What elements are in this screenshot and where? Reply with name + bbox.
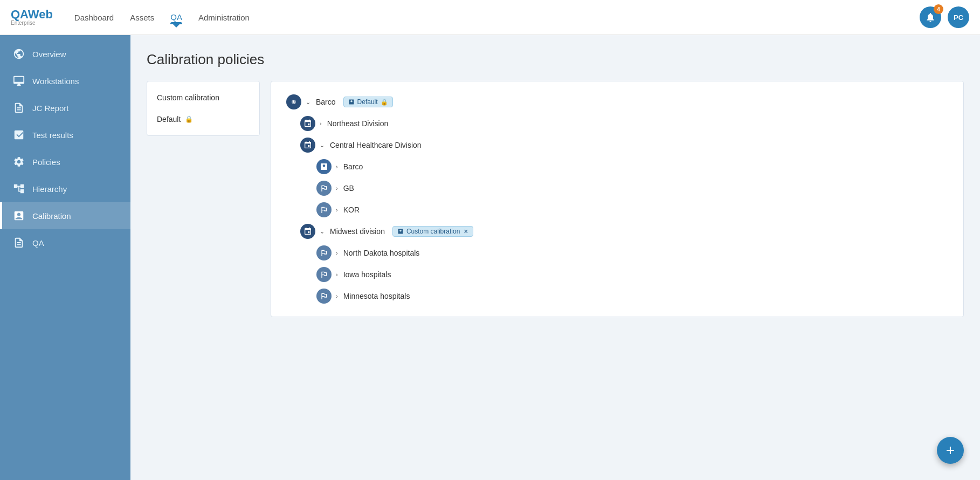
central-gb-label: GB bbox=[343, 184, 354, 193]
sidebar-item-test-results[interactable]: Test results bbox=[0, 121, 130, 148]
qa-active-indicator bbox=[171, 22, 182, 28]
north-dakota-icon bbox=[316, 245, 332, 260]
barco-root-chevron: ⌄ bbox=[306, 99, 310, 106]
nd-chevron: › bbox=[336, 250, 338, 256]
main-content: Calibration policies Custom calibration … bbox=[130, 35, 980, 480]
barco-root-label: Barco bbox=[316, 98, 336, 106]
nav-right: 4 PC bbox=[920, 6, 969, 28]
mn-label: Minnesota hospitals bbox=[343, 292, 410, 300]
midwest-org-icon bbox=[303, 227, 312, 236]
badge-icon bbox=[348, 99, 355, 105]
sidebar-label-qa: QA bbox=[32, 238, 44, 248]
bell-icon bbox=[925, 12, 936, 23]
badge-close-button[interactable]: × bbox=[464, 228, 468, 235]
sidebar-item-hierarchy[interactable]: Hierarchy bbox=[0, 175, 130, 202]
northeast-label: Northeast Division bbox=[327, 119, 389, 128]
tree-node-barco-root[interactable]: ⌄ Barco Default 🔒 bbox=[284, 91, 950, 113]
midwest-label: Midwest division bbox=[330, 227, 385, 236]
hierarchy-icon bbox=[13, 183, 25, 195]
nd-label: North Dakota hospitals bbox=[343, 249, 420, 257]
top-navigation: QAWeb Enterprise Dashboard Assets QA Adm… bbox=[0, 0, 980, 35]
tree-node-iowa[interactable]: › Iowa hospitals bbox=[284, 264, 950, 285]
tree-node-central-barco[interactable]: › Barco bbox=[284, 156, 950, 177]
logo: QAWeb Enterprise bbox=[11, 9, 53, 26]
add-fab-button[interactable]: + bbox=[937, 437, 964, 464]
central-kor-label: KOR bbox=[343, 205, 360, 214]
central-kor-chevron: › bbox=[336, 207, 338, 213]
notification-button[interactable]: 4 bbox=[920, 6, 941, 28]
monitor-icon bbox=[13, 75, 25, 87]
tree-node-midwest[interactable]: ⌄ Midwest division Custom calibration × bbox=[284, 221, 950, 242]
central-barco-icon bbox=[316, 159, 332, 174]
user-avatar[interactable]: PC bbox=[948, 6, 969, 28]
calibration-icon bbox=[13, 210, 25, 222]
central-label: Central Healthcare Division bbox=[330, 141, 422, 149]
sidebar: Overview Workstations JC Report Test res… bbox=[0, 35, 130, 480]
notification-badge: 4 bbox=[934, 4, 943, 14]
nav-assets[interactable]: Assets bbox=[130, 10, 154, 25]
sidebar-label-jc-report: JC Report bbox=[32, 104, 69, 113]
sidebar-item-calibration[interactable]: Calibration bbox=[0, 202, 130, 229]
policy-item-custom[interactable]: Custom calibration bbox=[147, 87, 259, 108]
sidebar-label-hierarchy: Hierarchy bbox=[32, 184, 67, 194]
sidebar-label-workstations: Workstations bbox=[32, 77, 79, 86]
central-org-icon bbox=[303, 141, 312, 149]
logo-sub: Enterprise bbox=[11, 20, 53, 26]
tree-panel: ⌄ Barco Default 🔒 › Northeast Division bbox=[271, 81, 964, 317]
policies-list-panel: Custom calibration Default 🔒 bbox=[147, 81, 260, 136]
fab-plus-icon: + bbox=[946, 442, 955, 459]
mountain-icon-kor bbox=[320, 205, 328, 214]
nav-qa-wrap: QA bbox=[170, 12, 182, 22]
mountain-icon-nd bbox=[320, 249, 328, 257]
northeast-icon bbox=[300, 116, 315, 131]
page-title: Calibration policies bbox=[147, 51, 964, 68]
nav-administration[interactable]: Administration bbox=[198, 10, 250, 25]
jc-report-icon bbox=[13, 102, 25, 114]
tree-node-central-kor[interactable]: › KOR bbox=[284, 199, 950, 221]
central-gb-chevron: › bbox=[336, 185, 338, 191]
northeast-chevron: › bbox=[320, 120, 322, 127]
sidebar-item-qa[interactable]: QA bbox=[0, 229, 130, 256]
sidebar-item-jc-report[interactable]: JC Report bbox=[0, 94, 130, 121]
mn-chevron: › bbox=[336, 293, 338, 299]
barco-default-badge: Default 🔒 bbox=[343, 97, 393, 107]
sidebar-label-overview: Overview bbox=[32, 50, 66, 59]
qa-icon bbox=[13, 237, 25, 249]
nav-dashboard[interactable]: Dashboard bbox=[74, 10, 114, 25]
sidebar-label-policies: Policies bbox=[32, 157, 60, 167]
lock-icon: 🔒 bbox=[185, 115, 193, 123]
tree-node-central[interactable]: ⌄ Central Healthcare Division bbox=[284, 134, 950, 156]
tree-node-northeast[interactable]: › Northeast Division bbox=[284, 113, 950, 134]
tree-node-north-dakota[interactable]: › North Dakota hospitals bbox=[284, 242, 950, 264]
app-body: Overview Workstations JC Report Test res… bbox=[0, 35, 980, 480]
central-kor-icon bbox=[316, 202, 332, 217]
globe-icon bbox=[13, 48, 25, 60]
policy-default-label: Default bbox=[157, 115, 181, 124]
iowa-chevron: › bbox=[336, 271, 338, 278]
lock-badge-icon: 🔒 bbox=[381, 99, 388, 106]
midwest-icon bbox=[300, 224, 315, 239]
midwest-chevron: ⌄ bbox=[320, 228, 325, 235]
midwest-custom-badge: Custom calibration × bbox=[392, 226, 473, 237]
central-gb-icon bbox=[316, 181, 332, 196]
iowa-icon bbox=[316, 267, 332, 282]
tree-node-minnesota[interactable]: › Minnesota hospitals bbox=[284, 285, 950, 307]
central-barco-label: Barco bbox=[343, 162, 363, 171]
test-results-icon bbox=[13, 129, 25, 141]
policy-item-default[interactable]: Default 🔒 bbox=[147, 108, 259, 130]
mountain-icon-gb bbox=[320, 184, 328, 193]
barco-child-icon bbox=[320, 162, 328, 171]
badge-default-text: Default bbox=[357, 98, 378, 106]
badge-custom-text: Custom calibration bbox=[406, 228, 460, 235]
barco-brand-icon bbox=[289, 98, 298, 106]
central-chevron: ⌄ bbox=[320, 142, 325, 149]
content-area: Custom calibration Default 🔒 ⌄ Barco bbox=[147, 81, 964, 317]
barco-root-icon bbox=[286, 94, 301, 109]
iowa-label: Iowa hospitals bbox=[343, 270, 391, 279]
sidebar-item-workstations[interactable]: Workstations bbox=[0, 67, 130, 94]
tree-node-central-gb[interactable]: › GB bbox=[284, 177, 950, 199]
sidebar-item-overview[interactable]: Overview bbox=[0, 40, 130, 67]
sidebar-label-calibration: Calibration bbox=[32, 211, 71, 221]
sidebar-item-policies[interactable]: Policies bbox=[0, 148, 130, 175]
northeast-org-icon bbox=[303, 119, 312, 128]
